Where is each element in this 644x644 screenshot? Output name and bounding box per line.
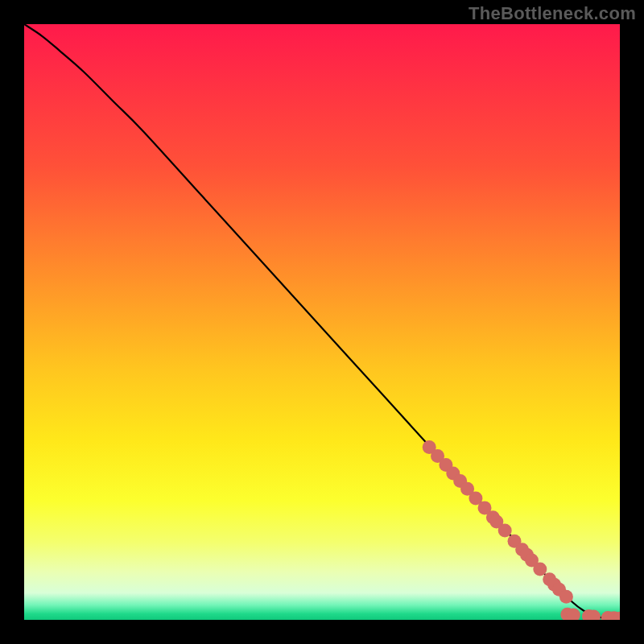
chart-frame: { "watermark": "TheBottleneck.com", "col…	[0, 0, 644, 644]
data-point	[567, 609, 580, 622]
watermark-text: TheBottleneck.com	[469, 3, 636, 24]
data-point	[559, 590, 573, 604]
data-point	[587, 609, 601, 623]
data-point	[533, 563, 547, 576]
plot-background	[24, 24, 620, 620]
bottleneck-chart	[0, 0, 644, 644]
data-point	[613, 612, 627, 625]
data-point	[498, 524, 512, 538]
